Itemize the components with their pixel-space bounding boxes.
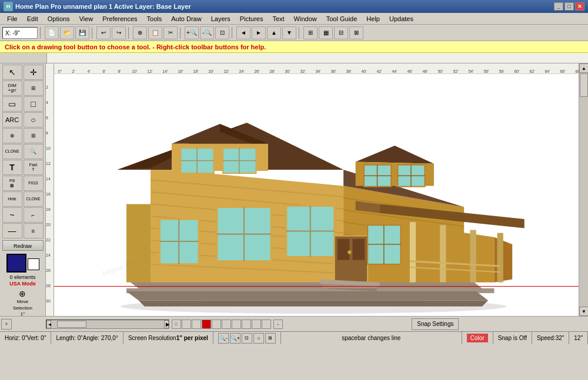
menu-item-tools[interactable]: Tools — [142, 14, 167, 23]
snap-btn-6[interactable] — [222, 320, 231, 329]
dim-button[interactable]: DIM+gr/ — [2, 80, 22, 96]
zoom-fit-status[interactable]: ⊡ — [242, 333, 252, 344]
color-section: Color — [462, 332, 493, 344]
snap-btn-8[interactable] — [242, 320, 251, 329]
lasso-button[interactable]: ⌐ — [24, 207, 44, 223]
maximize-button[interactable]: □ — [564, 2, 574, 11]
text-button[interactable]: T — [2, 160, 22, 175]
lt-row-6: CLONE 🔍 — [2, 144, 44, 159]
new-button[interactable]: 📄 — [45, 26, 59, 39]
foreground-color[interactable] — [6, 254, 26, 273]
menu-item-help[interactable]: Help — [362, 14, 385, 23]
menu-item-view[interactable]: View — [75, 14, 98, 23]
tool2-button[interactable]: ▦ — [319, 26, 333, 39]
zoom-fit-button[interactable]: ⊡ — [215, 26, 229, 39]
menu-item-tool-guide[interactable]: Tool Guide — [322, 14, 362, 23]
canvas-area[interactable]: 0" 2' 4' 6' 8' 10' 12' 14' 16' 18' 20' 2… — [54, 63, 579, 316]
tb-sep5 — [232, 27, 234, 39]
snap-btn-1[interactable]: □ — [172, 320, 181, 329]
menu-item-updates[interactable]: Updates — [385, 14, 418, 23]
snap-settings-button[interactable]: Snap Settings — [412, 318, 459, 330]
snap-btn-4-red[interactable] — [202, 320, 211, 329]
delete-button[interactable]: ✂ — [163, 26, 178, 39]
redraw-button[interactable]: Redraw — [2, 240, 44, 251]
minimize-button[interactable]: _ — [554, 2, 563, 11]
clone-button[interactable]: CLONE — [2, 144, 22, 159]
zoom-in-button[interactable]: +🔍 — [185, 26, 199, 39]
paste-button[interactable]: 📋 — [148, 26, 162, 39]
background-color[interactable] — [28, 258, 39, 270]
zoom-custom-status[interactable]: ⊞ — [265, 333, 276, 344]
hscroll-right-btn[interactable]: ► — [164, 320, 169, 328]
tool5-button[interactable]: ⊕ — [2, 128, 22, 143]
right-scrollbar[interactable]: ▲ ▼ — [579, 63, 588, 316]
menu-item-text[interactable]: Text — [268, 14, 289, 23]
add-snap-button[interactable]: + — [1, 319, 12, 329]
save-button[interactable]: 💾 — [75, 26, 89, 39]
select-cross-button[interactable]: ✛ — [24, 65, 44, 80]
scroll-thumb[interactable] — [580, 73, 588, 97]
menu-item-auto-draw[interactable]: Auto Draw — [166, 14, 206, 23]
figs-button[interactable]: FIGS — [24, 176, 44, 191]
snap-btn-9[interactable] — [252, 320, 261, 329]
menu-item-pictures[interactable]: Pictures — [235, 14, 268, 23]
rect-button[interactable]: ▭ — [2, 96, 22, 112]
box-button[interactable]: □ — [24, 96, 44, 112]
hide-button[interactable]: Hide — [2, 191, 22, 207]
fill-button[interactable]: Fill▦ — [2, 176, 22, 191]
tool1-button[interactable]: ⊞ — [303, 26, 318, 39]
menu-item-window[interactable]: Window — [289, 14, 322, 23]
snap-btn-10[interactable] — [262, 320, 271, 329]
speed-label: Speed: — [537, 335, 556, 341]
pan-up-button[interactable]: ▲ — [267, 26, 281, 39]
minus-snap-button[interactable]: - — [273, 320, 283, 329]
hscroll-thumb[interactable] — [57, 321, 86, 328]
snap-btn-5[interactable] — [212, 320, 221, 329]
arc-button[interactable]: ARC — [2, 112, 22, 127]
menu-item-edit[interactable]: Edit — [22, 14, 43, 23]
scroll-up-button[interactable]: ▲ — [579, 63, 588, 73]
tool4-button[interactable]: ⊠ — [349, 26, 363, 39]
pan-down-button[interactable]: ▼ — [282, 26, 296, 39]
close-button[interactable]: ✕ — [575, 2, 584, 11]
move-amount: 1" — [21, 311, 25, 316]
snap-btn-3[interactable] — [192, 320, 201, 329]
open-button[interactable]: 📂 — [60, 26, 74, 39]
pan-left-button[interactable]: ◄ — [236, 26, 250, 39]
center-status: spacebar changes line — [281, 332, 462, 344]
horizontal-scrollbar[interactable]: ◄ ► — [46, 320, 169, 329]
color-button[interactable]: Color — [467, 334, 488, 342]
redo-button[interactable]: ↪ — [112, 26, 126, 39]
zoom-btn[interactable]: 🔍 — [24, 144, 44, 159]
tool6-button[interactable]: ⊞ — [24, 128, 44, 143]
zoom-buttons: 🔍- 🔍+ ⊡ ⌂ ⊞ — [213, 332, 281, 344]
menu-item-preferences[interactable]: Preferences — [98, 14, 142, 23]
circle-button[interactable]: ○ — [24, 112, 44, 127]
grid-button[interactable]: ⊞ — [24, 80, 44, 96]
pan-right-button[interactable]: ► — [252, 26, 266, 39]
angle-label: Angle: 270,0° — [83, 335, 118, 341]
zoom-out-status[interactable]: 🔍- — [218, 333, 229, 344]
menu-item-file[interactable]: File — [2, 14, 22, 23]
select-arrow-button[interactable]: ↖ — [2, 65, 22, 80]
copy-button[interactable]: ⊕ — [133, 26, 147, 39]
clone2-button[interactable]: CLONE — [24, 191, 44, 207]
snap-btn-2[interactable] — [182, 320, 191, 329]
zoom-in-status[interactable]: 🔍+ — [230, 333, 240, 344]
parallel-button[interactable]: ≡ — [24, 223, 44, 238]
undo-button[interactable]: ↩ — [96, 26, 111, 39]
snap-btn-7[interactable] — [232, 320, 241, 329]
menu-item-options[interactable]: Options — [43, 14, 75, 23]
zoom-out-button[interactable]: -🔍 — [200, 26, 214, 39]
line-button[interactable]: — — [2, 223, 22, 238]
scroll-down-button[interactable]: ▼ — [579, 307, 588, 316]
wave-button[interactable]: ~ — [2, 207, 22, 223]
fast-text-button[interactable]: FastT — [24, 160, 44, 175]
tool3-button[interactable]: ⊟ — [334, 26, 348, 39]
tb-sep4 — [180, 27, 182, 39]
vert-label: Vert: 0" — [27, 335, 46, 341]
infobar: Click on a drawing tool button to choose… — [0, 41, 588, 53]
menu-item-layers[interactable]: Layers — [206, 14, 235, 23]
zoom-home-status[interactable]: ⌂ — [253, 333, 264, 344]
hscroll-left-btn[interactable]: ◄ — [46, 320, 51, 328]
